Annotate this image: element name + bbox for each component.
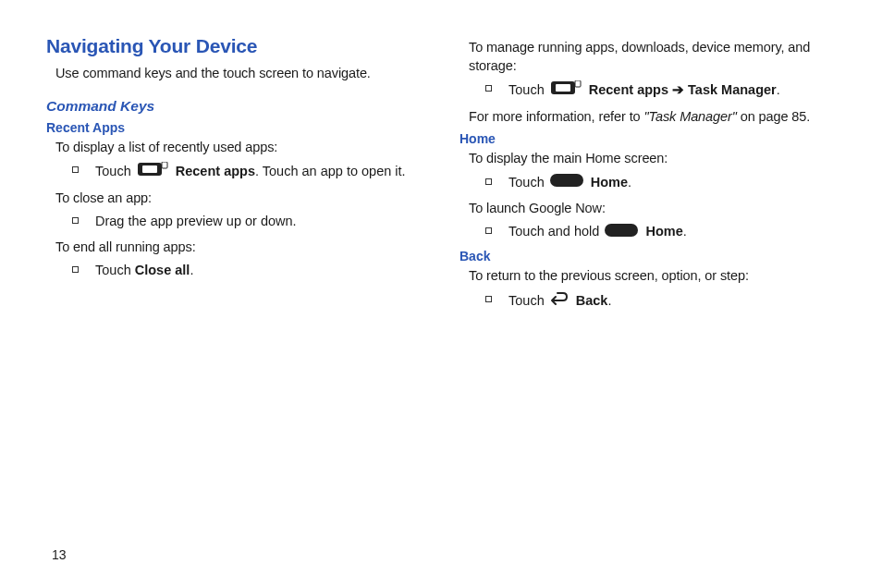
svg-rect-2 [162,162,167,168]
bullet-text: Touch Recent apps ➔ Task Manager. [508,80,836,101]
bullet-text: Touch Back. [508,291,836,312]
back-p1: To return to the previous screen, option… [469,267,836,286]
list-item: Touch Close all. [72,262,423,280]
svg-rect-5 [575,80,581,87]
list-item: Drag the app preview up or down. [72,213,423,231]
bullet-icon [485,85,492,92]
home-button-icon [605,224,638,242]
bullet-icon [485,227,492,234]
list-item: Touch and hold Home. [485,223,836,241]
bullet-text: Drag the app preview up or down. [95,213,423,231]
recent-apps-p2: To close an app: [55,190,423,208]
recent-apps-icon [137,162,168,182]
bullet-text: Touch and hold Home. [508,223,836,241]
home-button-icon [550,174,583,192]
svg-rect-4 [556,84,570,92]
back-icon [550,291,569,312]
recent-apps-icon [550,80,582,101]
recent-apps-p3: To end all running apps: [55,239,423,257]
manage-apps-intro: To manage running apps, downloads, devic… [469,39,836,75]
left-column: Navigating Your Device Use command keys … [46,35,423,318]
back-heading: Back [459,249,836,263]
recent-apps-p1: To display a list of recently used apps: [55,139,423,157]
right-column: To manage running apps, downloads, devic… [459,35,836,318]
bullet-icon [72,217,79,224]
home-p2: To launch Google Now: [469,200,836,218]
svg-rect-7 [605,224,638,237]
bullet-icon [72,166,79,173]
list-item: Touch Recent apps. Touch an app to open … [72,162,423,182]
page-number: 13 [52,547,67,562]
bullet-icon [72,266,79,273]
home-p1: To display the main Home screen: [469,150,836,168]
home-heading: Home [459,131,836,146]
bullet-icon [485,178,492,185]
recent-apps-heading: Recent Apps [46,120,423,135]
list-item: Touch Back. [485,291,836,312]
list-item: Touch Home. [485,174,836,192]
intro-text: Use command keys and the touch screen to… [55,65,423,83]
svg-rect-6 [550,174,583,187]
svg-rect-1 [142,165,157,173]
list-item: Touch Recent apps ➔ Task Manager. [485,80,836,101]
bullet-icon [485,296,492,302]
bullet-text: Touch Home. [508,174,836,192]
page-title: Navigating Your Device [46,35,423,57]
command-keys-heading: Command Keys [46,98,423,115]
task-manager-reference: For more information, refer to "Task Man… [469,108,836,127]
bullet-text: Touch Close all. [95,262,423,280]
bullet-text: Touch Recent apps. Touch an app to open … [95,162,423,182]
